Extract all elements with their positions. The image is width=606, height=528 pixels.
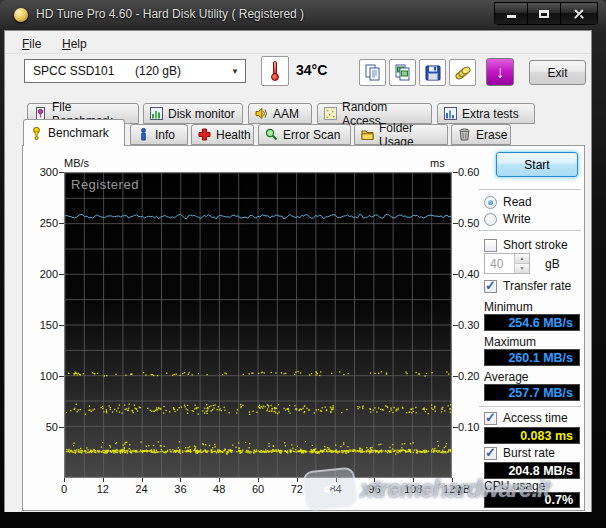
axis-tick (453, 223, 458, 224)
axis-tick: 300 (36, 166, 58, 178)
tab-info[interactable]: Info (130, 124, 188, 145)
axis-tick: 0 (50, 483, 78, 495)
copy-screenshot-button[interactable] (389, 59, 416, 86)
cpu-usage-label: CPU usage (484, 479, 545, 493)
tab-disk-monitor[interactable]: Disk monitor (143, 103, 243, 124)
registered-watermark: Registered (71, 177, 139, 192)
axis-tick: 96 (360, 483, 388, 495)
access-time-checkbox[interactable]: ✓ Access time (484, 411, 568, 425)
app-icon (14, 8, 28, 22)
exit-button[interactable]: Exit (529, 60, 586, 85)
write-radio[interactable]: Write (484, 212, 531, 226)
spin-down-icon[interactable]: ▼ (515, 264, 529, 273)
tab-erase[interactable]: Erase (451, 124, 511, 145)
access-time-label: Access time (503, 411, 568, 425)
options-button[interactable] (449, 59, 476, 86)
app-window: HD Tune Pro 4.60 - Hard Disk Utility ( R… (0, 0, 606, 528)
axis-tick: 250 (36, 217, 58, 229)
tab-label: Error Scan (283, 128, 340, 142)
access-time-value: 0.083 ms (484, 427, 580, 444)
axis-tick (59, 427, 64, 428)
tab-extra-tests[interactable]: Extra tests (437, 103, 535, 124)
maximize-button[interactable] (528, 3, 561, 24)
spinner-buttons[interactable]: ▲ ▼ (514, 254, 529, 273)
axis-tick: 50 (36, 421, 58, 433)
tab-folder-usage[interactable]: Folder Usage (354, 124, 448, 145)
maximum-value: 260.1 MB/s (484, 349, 580, 366)
axis-tick: 150 (36, 319, 58, 331)
exit-label: Exit (547, 66, 567, 80)
health-cross-icon (198, 128, 211, 141)
read-label: Read (503, 195, 532, 209)
minimize-button[interactable] (495, 3, 528, 24)
tab-label: Benchmark (48, 126, 109, 140)
maximum-label: Maximum (484, 335, 536, 349)
tab-label: AAM (273, 107, 299, 121)
axis-tick (374, 478, 375, 482)
tab-label: Info (155, 128, 175, 142)
stroke-size-stepper[interactable]: 40 ▲ ▼ (484, 253, 530, 274)
menu-help[interactable]: Help (58, 36, 91, 52)
tab-error-scan[interactable]: Error Scan (258, 124, 351, 145)
minimum-value: 254.6 MB/s (484, 314, 580, 331)
start-button[interactable]: Start (496, 152, 578, 177)
chevron-down-icon: ▼ (231, 67, 239, 76)
temperature-value: 34°C (296, 62, 327, 78)
transfer-rate-label: Transfer rate (503, 279, 571, 293)
axis-tick (142, 478, 143, 482)
short-stroke-label: Short stroke (503, 238, 568, 252)
save-icon (424, 64, 442, 82)
copy-icon (364, 64, 382, 82)
thermometer-icon (271, 61, 279, 81)
separator (479, 406, 581, 407)
axis-tick (336, 478, 337, 482)
write-label: Write (503, 212, 531, 226)
tab-health[interactable]: Health (191, 124, 254, 145)
drive-name: SPCC SSD101 (33, 64, 135, 78)
speaker-icon (255, 107, 268, 120)
axis-tick: 0.30 (458, 319, 479, 331)
axis-tick: 120 (438, 483, 466, 495)
axis-tick: 0.40 (458, 268, 479, 280)
y-left-axis-title: MB/s (64, 157, 89, 169)
update-button[interactable]: ↓ (486, 58, 514, 86)
axis-tick (453, 325, 458, 326)
tab-label: Extra tests (462, 107, 519, 121)
checkbox-icon: ✓ (484, 280, 497, 293)
save-button[interactable] (419, 59, 446, 86)
burst-rate-label: Burst rate (503, 446, 555, 460)
axis-tick (59, 274, 64, 275)
temperature-button[interactable] (261, 56, 289, 86)
title-bar[interactable]: HD Tune Pro 4.60 - Hard Disk Utility ( R… (0, 0, 606, 30)
transfer-rate-checkbox[interactable]: ✓ Transfer rate (484, 279, 571, 293)
info-icon (137, 128, 150, 141)
stroke-unit-label: gB (545, 257, 560, 271)
tab-aam[interactable]: AAM (248, 103, 312, 124)
window-title: HD Tune Pro 4.60 - Hard Disk Utility ( R… (36, 7, 304, 21)
close-button[interactable] (561, 3, 597, 24)
extra-tests-icon (444, 107, 457, 120)
spin-up-icon[interactable]: ▲ (515, 254, 529, 264)
read-radio[interactable]: Read (484, 195, 532, 209)
axis-tick (452, 478, 453, 482)
tab-benchmark[interactable]: Benchmark (23, 119, 125, 146)
tab-label: Health (216, 128, 251, 142)
copy-image-icon (394, 64, 412, 82)
window-controls (494, 2, 598, 25)
burst-rate-checkbox[interactable]: ✓ Burst rate (484, 446, 555, 460)
axis-tick (413, 478, 414, 482)
checkbox-icon: ✓ (484, 412, 497, 425)
copy-text-button[interactable] (359, 59, 386, 86)
axis-tick (59, 172, 64, 173)
menu-file[interactable]: File (18, 36, 45, 52)
start-label: Start (524, 158, 549, 172)
axis-tick: 60 (244, 483, 272, 495)
drive-capacity: (120 gB) (135, 64, 221, 78)
burst-rate-value: 204.8 MB/s (484, 462, 580, 479)
axis-tick: 48 (205, 483, 233, 495)
random-access-icon (324, 107, 337, 120)
stroke-size-value: 40 (485, 254, 514, 273)
drive-selector[interactable]: SPCC SSD101 (120 gB) ▼ (24, 59, 246, 83)
close-icon (573, 8, 585, 20)
short-stroke-checkbox[interactable]: ✓ Short stroke (484, 238, 568, 252)
